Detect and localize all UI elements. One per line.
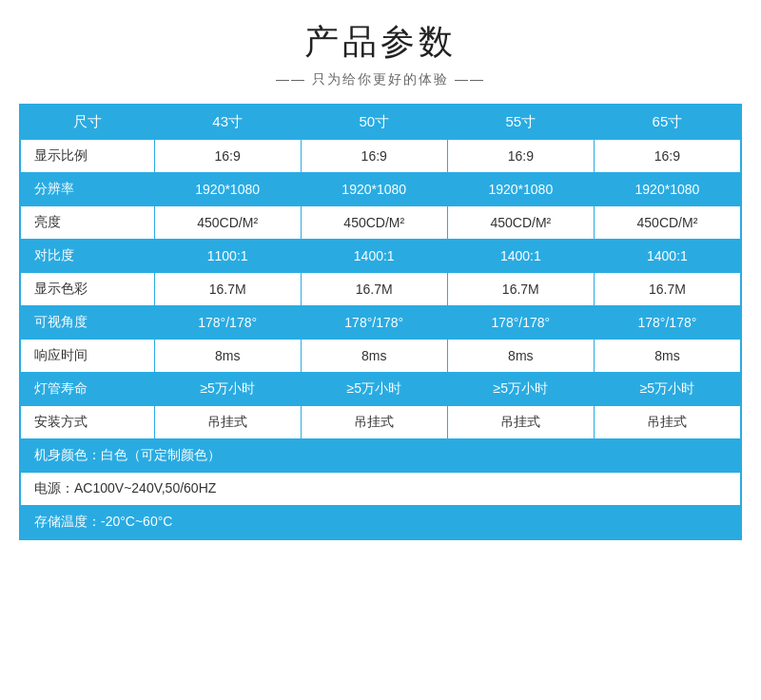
row-label: 可视角度 [21, 306, 155, 340]
row-value: 吊挂式 [594, 406, 740, 439]
row-value: 16.7M [594, 273, 740, 306]
table-row: 显示比例16:916:916:916:9 [21, 140, 741, 173]
col-header-50: 50寸 [301, 106, 447, 140]
col-header-65: 65寸 [594, 106, 740, 140]
row-value: 16.7M [154, 273, 301, 306]
row-label: 安装方式 [21, 406, 155, 439]
full-row-text: 存储温度：-20°C~60°C [21, 506, 741, 539]
table-header-row: 尺寸 43寸 50寸 55寸 65寸 [21, 106, 741, 140]
row-value: ≥5万小时 [154, 373, 301, 406]
row-value: 1920*1080 [154, 173, 301, 206]
row-value: 吊挂式 [301, 406, 447, 439]
row-value: 1100:1 [154, 240, 301, 273]
row-label: 响应时间 [21, 340, 155, 373]
row-value: 1400:1 [447, 240, 594, 273]
row-value: 8ms [301, 340, 447, 373]
main-title: 产品参数 [19, 19, 742, 66]
table-row: 响应时间8ms8ms8ms8ms [21, 340, 741, 373]
table-body: 显示比例16:916:916:916:9分辨率1920*10801920*108… [21, 140, 741, 539]
row-label: 对比度 [21, 240, 155, 273]
table-row: 亮度450CD/M²450CD/M²450CD/M²450CD/M² [21, 206, 741, 240]
col-header-43: 43寸 [154, 106, 301, 140]
table-row: 灯管寿命≥5万小时≥5万小时≥5万小时≥5万小时 [21, 373, 741, 406]
row-label: 显示色彩 [21, 273, 155, 306]
row-value: 450CD/M² [594, 206, 740, 240]
full-row: 存储温度：-20°C~60°C [21, 506, 741, 539]
row-value: 16:9 [301, 140, 447, 173]
row-value: 16.7M [301, 273, 447, 306]
row-value: 1920*1080 [594, 173, 740, 206]
row-value: 178°/178° [594, 306, 740, 340]
row-value: 16:9 [447, 140, 594, 173]
row-value: 8ms [594, 340, 740, 373]
row-value: 1400:1 [301, 240, 447, 273]
row-value: 1920*1080 [301, 173, 447, 206]
row-value: 16:9 [154, 140, 301, 173]
row-value: ≥5万小时 [301, 373, 447, 406]
row-label: 分辨率 [21, 173, 155, 206]
row-value: 1400:1 [594, 240, 740, 273]
full-row-text: 电源：AC100V~240V,50/60HZ [21, 473, 741, 506]
row-value: 吊挂式 [447, 406, 594, 439]
row-label: 灯管寿命 [21, 373, 155, 406]
row-value: 450CD/M² [447, 206, 594, 240]
row-value: 8ms [154, 340, 301, 373]
full-row: 电源：AC100V~240V,50/60HZ [21, 473, 741, 506]
full-row-text: 机身颜色：白色（可定制颜色） [21, 439, 741, 473]
row-value: ≥5万小时 [447, 373, 594, 406]
table-row: 分辨率1920*10801920*10801920*10801920*1080 [21, 173, 741, 206]
table-row: 可视角度178°/178°178°/178°178°/178°178°/178° [21, 306, 741, 340]
row-value: 178°/178° [447, 306, 594, 340]
row-value: 16:9 [594, 140, 740, 173]
subtitle: —— 只为给你更好的体验 —— [19, 71, 742, 88]
row-value: 450CD/M² [301, 206, 447, 240]
full-row: 机身颜色：白色（可定制颜色） [21, 439, 741, 473]
table-row: 对比度1100:11400:11400:11400:1 [21, 240, 741, 273]
row-value: 8ms [447, 340, 594, 373]
row-label: 亮度 [21, 206, 155, 240]
row-value: ≥5万小时 [594, 373, 740, 406]
col-header-55: 55寸 [447, 106, 594, 140]
col-header-label: 尺寸 [21, 106, 155, 140]
row-value: 吊挂式 [154, 406, 301, 439]
row-value: 1920*1080 [447, 173, 594, 206]
row-label: 显示比例 [21, 140, 155, 173]
page-container: 产品参数 —— 只为给你更好的体验 —— 尺寸 43寸 50寸 55寸 65寸 … [0, 0, 761, 700]
row-value: 16.7M [447, 273, 594, 306]
row-value: 178°/178° [301, 306, 447, 340]
title-section: 产品参数 —— 只为给你更好的体验 —— [19, 19, 742, 88]
table-row: 显示色彩16.7M16.7M16.7M16.7M [21, 273, 741, 306]
row-value: 450CD/M² [154, 206, 301, 240]
specs-table-container: 尺寸 43寸 50寸 55寸 65寸 显示比例16:916:916:916:9分… [19, 104, 742, 540]
table-row: 安装方式吊挂式吊挂式吊挂式吊挂式 [21, 406, 741, 439]
row-value: 178°/178° [154, 306, 301, 340]
specs-table: 尺寸 43寸 50寸 55寸 65寸 显示比例16:916:916:916:9分… [20, 105, 741, 539]
